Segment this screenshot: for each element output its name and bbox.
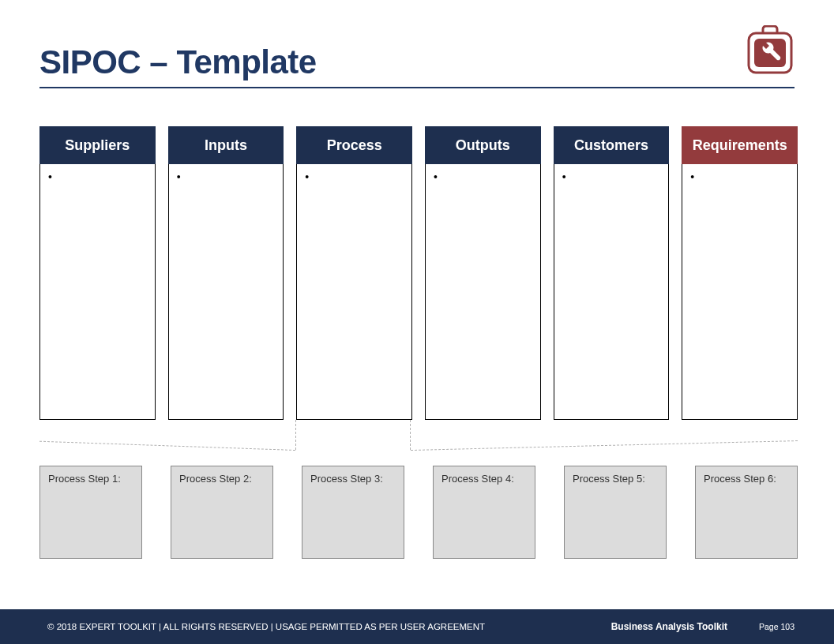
process-expansion-connector bbox=[295, 420, 411, 450]
page: SIPOC – Template Suppliers • Inputs • Pr… bbox=[0, 0, 834, 644]
process-step-2: Process Step 2: bbox=[171, 466, 273, 559]
column-body: • bbox=[168, 164, 284, 420]
column-header: Process bbox=[296, 126, 412, 164]
footer-bar: © 2018 EXPERT TOOLKIT | ALL RIGHTS RESER… bbox=[0, 609, 834, 644]
toolkit-logo-icon bbox=[747, 25, 793, 76]
column-header: Customers bbox=[554, 126, 670, 164]
column-body: • bbox=[682, 164, 798, 420]
footer-copyright: © 2018 EXPERT TOOLKIT | ALL RIGHTS RESER… bbox=[47, 622, 485, 631]
footer-product-name: Business Analysis Toolkit bbox=[611, 621, 727, 632]
footer-page-number: Page 103 bbox=[759, 622, 795, 631]
process-step-4: Process Step 4: bbox=[433, 466, 535, 559]
column-header: Requirements bbox=[682, 126, 798, 164]
column-header: Inputs bbox=[168, 126, 284, 164]
sipoc-columns: Suppliers • Inputs • Process • Outputs •… bbox=[39, 126, 798, 420]
process-expansion-line-left bbox=[39, 441, 295, 460]
column-inputs: Inputs • bbox=[168, 126, 284, 420]
process-steps: Process Step 1: Process Step 2: Process … bbox=[39, 466, 798, 559]
column-body: • bbox=[296, 164, 412, 420]
column-suppliers: Suppliers • bbox=[39, 126, 156, 420]
column-requirements: Requirements • bbox=[682, 126, 798, 420]
title-underline bbox=[39, 87, 795, 88]
page-title: SIPOC – Template bbox=[39, 43, 317, 81]
process-step-1: Process Step 1: bbox=[39, 466, 142, 559]
column-header: Outputs bbox=[425, 126, 541, 164]
column-header: Suppliers bbox=[39, 126, 156, 164]
column-customers: Customers • bbox=[554, 126, 670, 420]
process-step-5: Process Step 5: bbox=[564, 466, 667, 559]
column-body: • bbox=[425, 164, 541, 420]
column-body: • bbox=[554, 164, 670, 420]
column-outputs: Outputs • bbox=[425, 126, 541, 420]
process-step-3: Process Step 3: bbox=[302, 466, 404, 559]
process-step-6: Process Step 6: bbox=[695, 466, 798, 559]
column-process: Process • bbox=[296, 126, 412, 420]
process-expansion-line-right bbox=[411, 440, 798, 460]
column-body: • bbox=[39, 164, 156, 420]
